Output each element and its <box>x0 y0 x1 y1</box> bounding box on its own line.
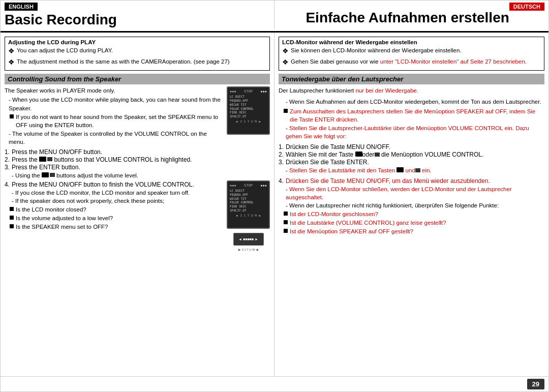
numbered-en-2: 2. Press the buttons so that VOLUME CONT… <box>5 156 270 163</box>
title-english: Basic Recording <box>5 12 270 28</box>
speaker-de-sub-1: - Stellen Sie die Lautsprecher-Lautstärk… <box>279 124 544 140</box>
lcd-label-2: ▶ 3 1 T U M ◀ <box>238 248 258 251</box>
speaker-dash-1: - When you use the LCD monitor while pla… <box>5 96 224 112</box>
header-right: DEUTSCH Einfache Aufnahmen erstellen <box>274 1 548 29</box>
bullet-symbol-de-1: ❖ <box>282 46 289 56</box>
sub-de-3a: - Stellen Sie die Lautstärke mit den Tas… <box>279 166 544 174</box>
lcd-bullet-2-text: The adjustment method is the same as wit… <box>17 57 230 66</box>
numbered-de-3: 3. Drücken Sie die Taste ENTER. <box>279 159 544 166</box>
sq-de-1 <box>284 109 288 113</box>
speaker-de-content: Der Lautsprecher funktioniert nur bei de… <box>279 86 544 140</box>
section-lcd-de: LCD-Monitor während der Wiedergabe einst… <box>279 37 544 71</box>
sub-sq-de-1: Ist der LCD-Monitor geschlossen? <box>279 210 544 218</box>
lcd-bullet-1-text: You can adjust the LCD during PLAY. <box>17 46 113 54</box>
deutsch-badge: DEUTSCH <box>509 3 544 11</box>
sub-en-4b: - If the speaker does not work properly,… <box>5 197 224 205</box>
vol-bar-display: ◄ ■■■■■ ► <box>233 233 264 246</box>
lcd-de-bullet-1: ❖ Sie können den LCD-Monitor während der… <box>282 46 541 56</box>
lcd-bullet-2: ❖ The adjustment method is the same as w… <box>8 57 266 68</box>
speaker-en-content: The Speaker works in PLAYER mode only. -… <box>5 86 270 146</box>
numbered-en-3: 3. Press the ENTER button. <box>5 164 270 171</box>
sq-de-b2 <box>284 220 288 224</box>
lcd-de-bullet-2-text: Gehen Sie dabei genauso vor wie unter "L… <box>291 57 527 66</box>
speaker-sq-1: If you do not want to hear sound from th… <box>5 113 224 129</box>
english-badge: ENGLISH <box>5 3 38 11</box>
lcd-de-bullet-1-text: Sie können den LCD-Monitor während der W… <box>291 46 462 54</box>
sub-sq-en-1: Is the LCD monitor closed? <box>5 205 224 214</box>
section-lcd-en: Adjusting the LCD during PLAY ❖ You can … <box>5 37 270 71</box>
section-speaker-en: Controlling Sound from the Speaker The S… <box>5 74 270 251</box>
lcd-screen-2: ▪▪▪ STOP ▪▪▪ LC QUICT FEQUEU.OFF WICUE T… <box>227 180 270 229</box>
page-number: 29 <box>527 379 544 389</box>
speaker-numbered-en: 1. Press the MENU ON/OFF button. 2. Pres… <box>5 148 270 251</box>
numbered-en-4: 4. Press the MENU ON/OFF button to finis… <box>5 181 224 188</box>
speaker-dash-2: - The volume of the Speaker is controlle… <box>5 130 224 146</box>
bullet-symbol-2: ❖ <box>8 57 15 68</box>
col-left: Adjusting the LCD during PLAY ❖ You can … <box>1 33 274 376</box>
speaker-en-images-2: ▪▪▪ STOP ▪▪▪ LC QUICT FEQUEU.OFF WICUE T… <box>227 180 270 251</box>
sq-b-1 <box>10 207 14 211</box>
sq-b-2 <box>10 216 14 220</box>
speaker-de-step4: 4. Drücken Sie die Taste MENU ON/OFF, um… <box>279 177 544 236</box>
numbered-de-1: 1. Drücken Sie die Taste MENU ON/OFF. <box>279 143 544 150</box>
speaker-de-intro: Der Lautsprecher funktioniert nur bei de… <box>279 86 544 95</box>
section-speaker-en-title: Controlling Sound from the Speaker <box>5 74 270 84</box>
numbered-en-2-text: Press the buttons so that VOLUME CONTROL… <box>12 156 192 163</box>
numbered-de-2: 2. Wählen Sie mit der Taste oder die Men… <box>279 151 544 158</box>
speaker-de-text-main: - Wenn Sie Aufnahmen auf dem LCD-Monitor… <box>282 97 544 106</box>
sub-de-4a: - Wenn Sie den LCD-Monitor schließen, we… <box>279 185 544 201</box>
bullet-symbol-de-2: ❖ <box>282 57 289 68</box>
page-container: ENGLISH Basic Recording DEUTSCH Einfache… <box>0 0 549 392</box>
sub-de-4b: - Wenn der Lautsprecher nicht richtig fu… <box>279 201 544 209</box>
sub-sq-en-3: Is the SPEAKER menu set to OFF? <box>5 223 224 231</box>
section-speaker-de: Tonwiedergabe über den Lautsprecher Der … <box>279 74 544 236</box>
sq-de-b1 <box>284 212 288 216</box>
section-speaker-de-title: Tonwiedergabe über den Lautsprecher <box>279 74 544 84</box>
col-right: LCD-Monitor während der Wiedergabe einst… <box>274 33 548 376</box>
speaker-de-dash-1: - Wenn Sie Aufnahmen auf dem LCD-Monitor… <box>282 98 544 106</box>
numbered-en-1: 1. Press the MENU ON/OFF button. <box>5 148 270 156</box>
sub-sq-de-3: Ist die Menüoption SPEAKER auf OFF geste… <box>279 227 544 235</box>
header: ENGLISH Basic Recording DEUTSCH Einfache… <box>1 1 548 33</box>
lcd-screen-1: ▪▪▪ STOP ▪▪▪ LC QUICT FEQUEU.OFF WICUE T… <box>227 86 270 135</box>
sub-sq-de-2: Ist die Lautstärke (VOLUME CONTROL) ganz… <box>279 219 544 227</box>
numbered-de-4: 4. Drücken Sie die Taste MENU ON/OFF, um… <box>279 177 544 185</box>
sub-sq-en-2: Is the volume adjusted to a low level? <box>5 214 224 222</box>
speaker-en-images: ▪▪▪ STOP ▪▪▪ LC QUICT FEQUEU.OFF WICUE T… <box>227 86 270 146</box>
numbered-en-4-row: 4. Press the MENU ON/OFF button to finis… <box>5 180 270 251</box>
title-deutsch: Einfache Aufnahmen erstellen <box>279 10 544 26</box>
footer: 29 <box>1 376 548 391</box>
content: Adjusting the LCD during PLAY ❖ You can … <box>1 33 548 376</box>
speaker-en-text: The Speaker works in PLAYER mode only. -… <box>5 86 224 146</box>
sq-b-3 <box>10 224 14 228</box>
lcd-de-bullet-2: ❖ Gehen Sie dabei genauso vor wie unter … <box>282 57 541 68</box>
speaker-en-intro: The Speaker works in PLAYER mode only. <box>5 86 224 95</box>
speaker-de-row: - Wenn Sie Aufnahmen auf dem LCD-Monitor… <box>279 97 544 106</box>
lcd-bullet-1: ❖ You can adjust the LCD during PLAY. <box>8 46 266 56</box>
speaker-numbered-de: 1. Drücken Sie die Taste MENU ON/OFF. 2.… <box>279 143 544 174</box>
section-lcd-en-title: Adjusting the LCD during PLAY <box>8 39 266 45</box>
sq-bullet-1 <box>10 114 14 118</box>
header-left: ENGLISH Basic Recording <box>1 1 274 29</box>
speaker-de-sq-1: Zum Ausschalten des Lautsprechers stelle… <box>279 107 544 124</box>
sq-de-b3 <box>284 229 288 233</box>
section-lcd-de-title: LCD-Monitor während der Wiedergabe einst… <box>282 39 541 45</box>
bullet-symbol-1: ❖ <box>8 46 15 56</box>
numbered-en-4-text: 4. Press the MENU ON/OFF button to finis… <box>5 180 224 251</box>
sub-en-3a: - Using the buttons adjust the volume le… <box>5 171 270 179</box>
sub-en-4a: - If you close the LCD monitor, the LCD … <box>5 189 224 197</box>
